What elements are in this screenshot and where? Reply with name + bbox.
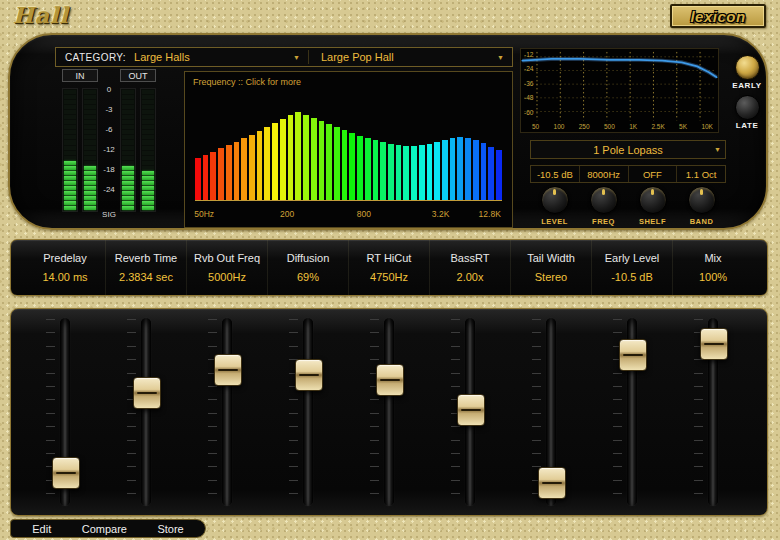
param-cell-early-level[interactable]: Early Level-10.5 dB (592, 240, 673, 295)
fader-handle-reverb-time[interactable] (133, 377, 161, 409)
led-segment (84, 130, 96, 134)
fader-handle-rvb-out-freq[interactable] (214, 354, 242, 386)
late-button[interactable] (735, 95, 760, 120)
led-segment (84, 206, 96, 210)
param-cell-rt-hicut[interactable]: RT HiCut4750Hz (349, 240, 430, 295)
knob-band[interactable] (688, 186, 716, 214)
meter-column-out-right (140, 88, 156, 212)
edit-button[interactable]: Edit (32, 523, 51, 535)
led-segment (142, 120, 154, 124)
knob-cell-shelf: SHELF (628, 184, 677, 226)
led-segment (142, 105, 154, 109)
knob-row: LEVELFREQSHELFBAND (530, 184, 726, 226)
fader-track-rt-hicut[interactable] (384, 318, 394, 506)
spectrum-bar (403, 146, 409, 200)
led-segment (122, 125, 134, 129)
led-segment (64, 201, 76, 205)
fader-handle-diffusion[interactable] (295, 359, 323, 391)
fader-track-rvb-out-freq[interactable] (222, 318, 232, 506)
knob-label-shelf: SHELF (639, 217, 666, 226)
fader-handle-bassrt[interactable] (457, 394, 485, 426)
led-segment (122, 100, 134, 104)
frequency-display[interactable]: Frequency :: Click for more 50Hz2008003.… (184, 71, 513, 228)
compare-button[interactable]: Compare (82, 523, 127, 535)
spectrum-ticks: 50Hz2008003.2K12.8K (195, 209, 502, 220)
category-select[interactable]: Large Halls (134, 51, 190, 63)
meter-scale-label: -6 (98, 126, 120, 134)
param-cell-reverb-time[interactable]: Reverb Time2.3834 sec (106, 240, 187, 295)
led-segment (142, 100, 154, 104)
knob-value-freq[interactable]: 8000Hz (580, 166, 629, 182)
fader-diffusion (268, 309, 349, 515)
fader-handle-rt-hicut[interactable] (376, 364, 404, 396)
spectrum-bar (473, 140, 479, 200)
eq-x-labels: 501002505001K2.5K5K10K (532, 123, 713, 130)
led-segment (84, 115, 96, 119)
led-segment (64, 135, 76, 139)
eq-x-tick-label: 2.5K (651, 123, 664, 130)
spectrum-bar (218, 148, 224, 200)
param-cell-diffusion[interactable]: Diffusion69% (268, 240, 349, 295)
filter-type-select[interactable]: 1 Pole Lopass ▼ (530, 140, 726, 159)
fader-handle-tail-width[interactable] (538, 467, 566, 499)
led-segment (142, 171, 154, 175)
fader-handle-mix[interactable] (700, 328, 728, 360)
knob-value-band[interactable]: 1.1 Oct (677, 166, 725, 182)
param-value-diffusion: 69% (297, 271, 319, 283)
meter-scale-label: 0 (98, 86, 120, 94)
led-segment (64, 156, 76, 160)
param-label-predelay: Predelay (43, 252, 86, 264)
preset-select[interactable]: Large Pop Hall (309, 51, 394, 63)
led-segment (64, 181, 76, 185)
knob-shelf[interactable] (639, 186, 667, 214)
fader-track-reverb-time[interactable] (141, 318, 151, 506)
spectrum-bar (288, 115, 294, 200)
led-segment (122, 166, 134, 170)
led-segment (142, 186, 154, 190)
knob-cell-band: BAND (677, 184, 726, 226)
led-segment (64, 161, 76, 165)
eq-graph: -12-24-36-48-60 501002505001K2.5K5K10K (520, 48, 719, 133)
led-segment (84, 191, 96, 195)
param-cell-bassrt[interactable]: BassRT2.00x (430, 240, 511, 295)
early-button[interactable] (735, 55, 760, 80)
led-segment (64, 120, 76, 124)
param-cell-tail-width[interactable]: Tail WidthStereo (511, 240, 592, 295)
led-segment (84, 156, 96, 160)
led-segment (84, 166, 96, 170)
spectrum-bar (488, 147, 494, 200)
spectrum-tick-label: 12.8K (479, 209, 501, 219)
meter-scale-label: -12 (98, 146, 120, 154)
param-cell-predelay[interactable]: Predelay14.00 ms (25, 240, 106, 295)
param-value-rt-hicut: 4750Hz (370, 271, 408, 283)
chevron-down-icon[interactable]: ▼ (489, 54, 512, 61)
param-cell-rvb-out-freq[interactable]: Rvb Out Freq5000Hz (187, 240, 268, 295)
fader-tick-marks (127, 319, 136, 505)
spectrum-bar (272, 123, 278, 200)
knob-value-shelf[interactable]: OFF (629, 166, 678, 182)
led-segment (122, 110, 134, 114)
fader-tick-marks (289, 319, 298, 505)
spectrum-bar (326, 124, 332, 200)
chevron-down-icon[interactable]: ▼ (285, 54, 308, 61)
led-segment (84, 95, 96, 99)
spectrum-bar (264, 127, 270, 200)
fader-handle-early-level[interactable] (619, 339, 647, 371)
knob-label-band: BAND (690, 217, 714, 226)
led-segment (84, 196, 96, 200)
param-cell-mix[interactable]: Mix100% (673, 240, 753, 295)
knob-value-level[interactable]: -10.5 dB (531, 166, 580, 182)
knob-level[interactable] (541, 186, 569, 214)
filter-type-value: 1 Pole Lopass (593, 144, 663, 156)
eq-x-tick-label: 50 (532, 123, 539, 130)
eq-y-tick-label: -24 (524, 66, 533, 73)
store-button[interactable]: Store (157, 523, 183, 535)
fader-handle-predelay[interactable] (52, 457, 80, 489)
fader-track-diffusion[interactable] (303, 318, 313, 506)
chevron-down-icon[interactable]: ▼ (714, 146, 721, 153)
knob-freq[interactable] (590, 186, 618, 214)
early-label: EARLY (724, 81, 770, 90)
led-segment (122, 196, 134, 200)
footer-bar: EditCompareStore (10, 519, 206, 538)
led-segment (64, 110, 76, 114)
